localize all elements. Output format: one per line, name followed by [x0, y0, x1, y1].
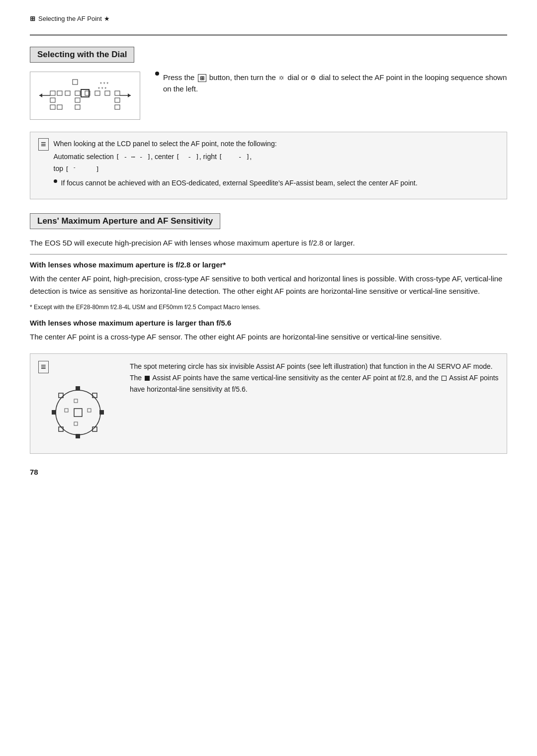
- dial-section-title: Selecting with the Dial: [30, 47, 134, 63]
- dial-diagram-svg: * * * * * *: [35, 77, 135, 114]
- sub2-body: The center AF point is a cross-type AF s…: [30, 331, 507, 343]
- dial-section: Selecting with the Dial * * * * * *: [30, 47, 507, 120]
- svg-point-23: [56, 390, 100, 435]
- sub1-body: With the center AF point, high-precision…: [30, 273, 507, 298]
- circle-diagram-svg: [46, 380, 110, 445]
- bracket-auto: [ - ⋯ - ]: [116, 153, 151, 161]
- page-header: ⊞ Selecting the AF Point ★: [30, 15, 507, 25]
- note-line2: Automatic selection [ - ⋯ - ], center [ …: [54, 151, 499, 174]
- svg-rect-33: [74, 399, 78, 403]
- svg-marker-4: [39, 93, 42, 97]
- open-square-icon: [442, 376, 447, 381]
- header-divider: [30, 34, 507, 36]
- svg-rect-27: [52, 410, 56, 415]
- svg-rect-34: [74, 422, 78, 425]
- lens-intro: The EOS 5D will execute high-precision A…: [30, 237, 507, 250]
- header-text: Selecting the AF Point ★: [38, 15, 110, 22]
- svg-rect-14: [115, 91, 120, 95]
- svg-rect-25: [76, 386, 80, 391]
- sub-bullet-dot: [54, 179, 57, 183]
- svg-rect-17: [115, 98, 120, 102]
- af-button-icon: ⊞: [198, 74, 206, 82]
- filled-square-icon: [145, 376, 150, 381]
- section-divider-1: [30, 254, 507, 254]
- svg-rect-26: [76, 434, 80, 438]
- svg-rect-28: [99, 410, 104, 415]
- svg-rect-31: [59, 427, 63, 431]
- bottom-note: ≡: [30, 353, 507, 454]
- bottom-note-text: The spot metering circle has six invisib…: [130, 361, 499, 395]
- bullet-dot: [155, 72, 159, 76]
- bracket-center: [ - ]: [176, 153, 199, 161]
- svg-rect-9: [65, 91, 70, 95]
- note-line3: If focus cannot be achieved with an EOS-…: [61, 177, 418, 188]
- dial-bullet-row: Press the ⊞ button, then turn the ⛭ dial…: [155, 72, 507, 95]
- svg-rect-21: [115, 105, 120, 109]
- main-dial-icon: ⛭: [278, 73, 285, 83]
- svg-rect-18: [50, 105, 55, 109]
- page-number: 78: [30, 468, 507, 476]
- svg-rect-19: [57, 105, 62, 109]
- footnote: * Except with the EF28-80mm f/2.8-4L USM…: [30, 303, 507, 312]
- svg-rect-0: [73, 80, 78, 84]
- bracket-top: [ - ]: [65, 166, 99, 173]
- sub2-title: With lenses whose maximum aperture is la…: [30, 319, 507, 327]
- note-rows: When looking at the LCD panel to select …: [54, 138, 499, 189]
- svg-rect-15: [50, 98, 55, 102]
- bottom-note-content: The spot metering circle has six invisib…: [130, 362, 499, 393]
- dial-content: * * * * * *: [30, 72, 507, 120]
- dial-diagram: * * * * * *: [30, 72, 140, 120]
- note-box-1: ≡ When looking at the LCD panel to selec…: [30, 132, 507, 199]
- header-icon: ⊞: [30, 15, 35, 22]
- svg-rect-30: [92, 393, 97, 398]
- note-line1: When looking at the LCD panel to select …: [54, 138, 499, 149]
- svg-rect-10: [75, 91, 80, 95]
- dial-instruction: Press the ⊞ button, then turn the ⛭ dial…: [163, 72, 507, 95]
- svg-rect-16: [75, 98, 80, 102]
- circle-diagram: [46, 380, 110, 446]
- sub1-title: With lenses whose maximum aperture is f/…: [30, 260, 507, 269]
- note-bullet-row: If focus cannot be achieved with an EOS-…: [54, 177, 499, 188]
- svg-rect-7: [50, 91, 55, 95]
- note-icon-1: ≡: [38, 138, 49, 151]
- svg-marker-6: [128, 93, 131, 97]
- dial-bullet-text: Press the ⊞ button, then turn the ⛭ dial…: [155, 72, 507, 95]
- bottom-note-icon: ≡: [38, 361, 49, 373]
- bottom-note-left: ≡: [38, 361, 118, 446]
- svg-rect-20: [75, 105, 80, 109]
- quick-dial-icon: ⚙: [310, 73, 316, 83]
- svg-rect-36: [88, 409, 91, 412]
- svg-rect-8: [57, 91, 62, 95]
- lens-section-title: Lens' Maximum Aperture and AF Sensitivit…: [30, 213, 220, 229]
- bracket-right: [ - ]: [219, 153, 250, 161]
- svg-rect-35: [65, 409, 68, 412]
- lens-section: Lens' Maximum Aperture and AF Sensitivit…: [30, 213, 507, 343]
- svg-rect-24: [74, 409, 82, 417]
- note-box-header: ≡ When looking at the LCD panel to selec…: [38, 138, 499, 189]
